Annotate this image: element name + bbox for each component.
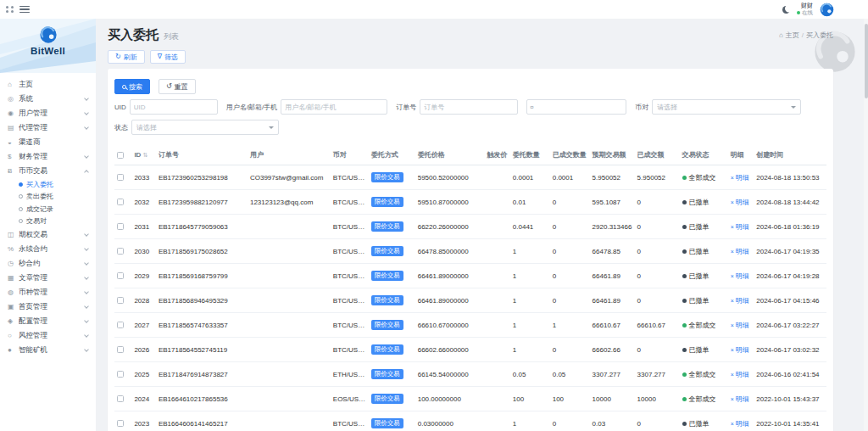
sidebar-item-perpetual[interactable]: %永续合约 <box>0 242 96 256</box>
filter-pair: 币对 请选择 <box>635 99 801 115</box>
row-checkbox[interactable] <box>117 248 124 255</box>
filter-button[interactable]: ∇ 筛选 <box>150 50 186 64</box>
coin-input[interactable] <box>526 99 626 115</box>
row-checkbox[interactable] <box>117 199 124 205</box>
status-select[interactable]: 请选择 <box>131 120 279 135</box>
brand[interactable]: BitWell <box>0 19 96 73</box>
select-all-checkbox[interactable] <box>117 152 124 159</box>
column-header[interactable]: 委托数量 <box>510 145 550 165</box>
sidebar-item-homepage[interactable]: ▣首页管理 <box>0 299 96 314</box>
sort-icon[interactable]: ⇅ <box>142 152 147 158</box>
vertical-scrollbar[interactable] <box>864 19 868 431</box>
sidebar-item-label: 风控管理 <box>19 331 85 341</box>
sidebar-subitem-sell-orders[interactable]: 卖出委托 <box>0 191 96 204</box>
cell-trigger-price <box>484 288 510 313</box>
scrollbar-thumb[interactable] <box>865 24 868 98</box>
column-header[interactable]: 委托价格 <box>415 145 485 165</box>
cell-id: 2028 <box>131 288 156 313</box>
sidebar-item-agents[interactable]: ▤代理管理 <box>0 120 96 135</box>
sidebar-item-system[interactable]: ◎系统 <box>0 92 96 106</box>
cell-created-time: 2024-06-16 02:41:54 <box>754 362 826 387</box>
sidebar-item-risk[interactable]: ○风控管理 <box>0 328 96 343</box>
sidebar-subitem-buy-orders[interactable]: 买入委托 <box>0 178 96 191</box>
detail-link[interactable]: ×明细 <box>731 271 749 281</box>
detail-link[interactable]: ×明细 <box>731 222 749 232</box>
sidebar-item-users[interactable]: ◉用户管理 <box>0 106 96 120</box>
sidebar-item-currencies[interactable]: ◍币种管理 <box>0 285 96 299</box>
detail-link[interactable]: ×明细 <box>731 321 749 330</box>
sidebar-subitem-trading-pairs[interactable]: 交易对 <box>0 216 96 228</box>
refresh-button[interactable]: ↻ 刷新 <box>108 50 145 64</box>
chevron-down-icon <box>84 275 89 280</box>
detail-link[interactable]: ×明细 <box>731 370 749 379</box>
sidebar-item-mining[interactable]: ●智能矿机 <box>0 343 96 357</box>
cell-trigger-price <box>484 362 510 387</box>
filter-row-1: UID 用户名/邮箱/手机 订单号 ¤ 币对 <box>114 99 826 115</box>
column-header[interactable]: 明细 <box>728 145 754 165</box>
reset-button[interactable]: ↺ 重置 <box>159 79 196 94</box>
column-header[interactable]: 交易状态 <box>680 145 728 165</box>
detail-link[interactable]: ×明细 <box>731 173 749 182</box>
column-header[interactable]: 币对 <box>331 145 369 165</box>
cell-price: 66145.54000000 <box>415 362 485 387</box>
sidebar-item-options[interactable]: ◫期权交易 <box>0 227 96 242</box>
uid-input[interactable] <box>130 99 218 115</box>
column-header[interactable]: 创建时间 <box>754 145 826 165</box>
coin-icon: ¤ <box>530 104 533 111</box>
user-name: 财财 <box>797 3 813 9</box>
column-header[interactable]: 订单号 <box>156 145 248 165</box>
user-input[interactable] <box>281 99 387 115</box>
avatar[interactable] <box>820 3 834 17</box>
detail-link[interactable]: ×明细 <box>731 247 749 256</box>
row-checkbox[interactable] <box>117 174 124 181</box>
row-checkbox[interactable] <box>117 322 124 328</box>
sidebar-item-channel[interactable]: ◒渠道商 <box>0 135 96 149</box>
status-dot-icon <box>682 176 687 180</box>
sidebar-item-seconds[interactable]: ◷秒合约 <box>0 256 96 271</box>
cell-filled-amount: 0 <box>635 215 680 239</box>
column-header[interactable]: 触发价 <box>484 145 510 165</box>
column-header[interactable]: 已成交数量 <box>550 145 590 165</box>
column-header[interactable]: 预期交易额 <box>590 145 635 165</box>
detail-link[interactable]: ×明细 <box>731 345 749 355</box>
row-checkbox[interactable] <box>117 371 124 378</box>
detail-link[interactable]: ×明细 <box>731 296 749 305</box>
cell-price: 66461.89000000 <box>415 264 485 288</box>
row-checkbox[interactable] <box>117 420 124 427</box>
sidebar-item-home[interactable]: ⌂主页 <box>0 77 96 92</box>
cell-qty: 0.01 <box>510 190 550 215</box>
dark-mode-moon-icon[interactable] <box>782 6 790 14</box>
row-checkbox[interactable] <box>117 346 124 353</box>
cell-trigger-price <box>484 411 510 431</box>
user-menu[interactable]: 财财 在线 <box>797 3 813 16</box>
pair-select[interactable]: 请选择 <box>652 99 801 115</box>
cell-order-no: EB1718564552745119 <box>156 338 248 362</box>
status-badge: 已撤单 <box>682 222 709 232</box>
sidebar-item-finance[interactable]: $财务管理 <box>0 149 96 164</box>
breadcrumb-home[interactable]: 主页 <box>786 31 799 40</box>
detail-link[interactable]: ×明细 <box>731 419 749 428</box>
cell-expected-amount: 595.1087 <box>590 190 635 215</box>
row-checkbox[interactable] <box>117 223 124 230</box>
cell-pair: EOS/USDT <box>331 387 369 411</box>
column-header[interactable]: 用户 <box>248 145 331 165</box>
column-header[interactable]: 委托方式 <box>369 145 415 165</box>
sidebar-subitem-trade-records[interactable]: 成交记录 <box>0 203 96 216</box>
row-checkbox[interactable] <box>117 395 124 402</box>
sidebar-item-spot[interactable]: Ƀ币币交易 <box>0 164 96 178</box>
status-badge: 全部成交 <box>682 321 716 330</box>
detail-link[interactable]: ×明细 <box>731 198 749 207</box>
cell-trigger-price <box>484 215 510 239</box>
column-header[interactable]: ID⇅ <box>131 145 156 165</box>
column-header[interactable]: 已成交额 <box>635 145 680 165</box>
search-label: 搜索 <box>129 82 142 92</box>
sidebar-item-config[interactable]: ◈配置管理 <box>0 314 96 328</box>
search-button[interactable]: 搜索 <box>114 79 150 94</box>
menu-toggle-icon[interactable] <box>19 6 30 14</box>
row-checkbox[interactable] <box>117 272 124 279</box>
detail-link[interactable]: ×明细 <box>731 395 749 404</box>
sidebar-item-articles[interactable]: ▦文章管理 <box>0 271 96 285</box>
order-no-input[interactable] <box>420 99 518 115</box>
row-checkbox[interactable] <box>117 297 124 304</box>
apps-icon[interactable] <box>6 6 14 14</box>
